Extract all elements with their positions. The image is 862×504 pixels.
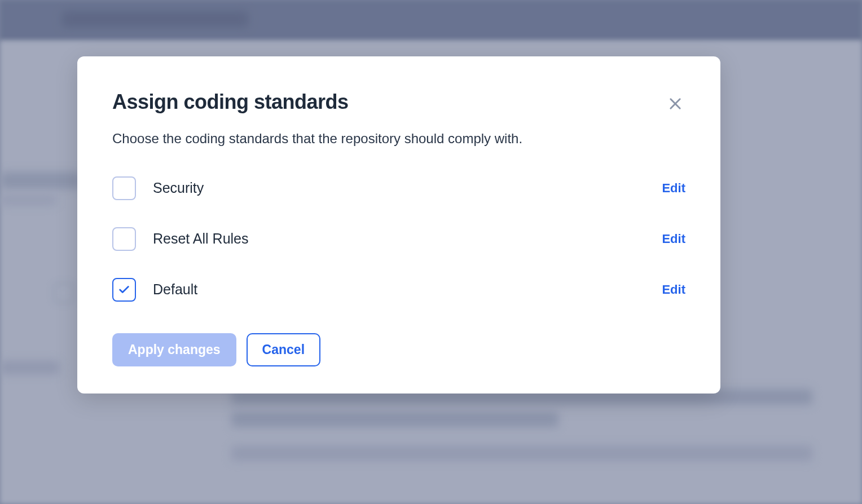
checkbox-default[interactable] [112,278,136,302]
standards-list: Security Edit Reset All Rules Edit [112,176,685,302]
modal-description: Choose the coding standards that the rep… [112,129,685,148]
modal-title: Assign coding standards [112,90,349,114]
standard-item-security: Security Edit [112,176,685,200]
edit-link-security[interactable]: Edit [662,181,685,196]
edit-link-default[interactable]: Edit [662,282,685,297]
standard-label: Default [153,281,197,298]
modal-header: Assign coding standards [112,90,685,116]
modal-actions: Apply changes Cancel [112,333,685,366]
checkbox-security[interactable] [112,176,136,200]
standard-left: Default [112,278,197,302]
check-icon [118,284,130,296]
assign-coding-standards-modal: Assign coding standards Choose the codin… [77,56,720,394]
standard-label: Security [153,180,204,196]
cancel-button[interactable]: Cancel [247,333,320,366]
checkbox-reset-all-rules[interactable] [112,227,136,251]
apply-changes-button[interactable]: Apply changes [112,333,236,366]
standard-left: Reset All Rules [112,227,249,251]
close-button[interactable] [665,94,685,116]
standard-left: Security [112,176,204,200]
close-icon [667,96,683,113]
standard-item-default: Default Edit [112,278,685,302]
edit-link-reset-all-rules[interactable]: Edit [662,232,685,246]
standard-label: Reset All Rules [153,231,249,247]
standard-item-reset-all-rules: Reset All Rules Edit [112,227,685,251]
